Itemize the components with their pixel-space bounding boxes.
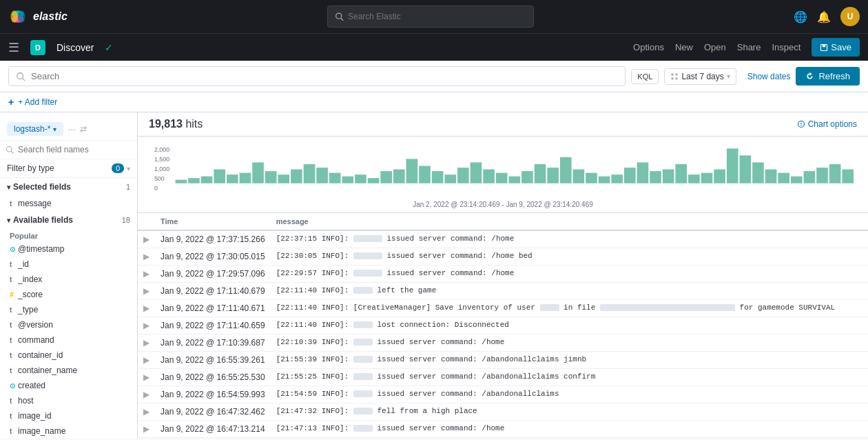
avatar[interactable]: U [840,7,860,26]
refresh-button[interactable]: Refresh [796,67,860,86]
elastic-logo-icon [8,7,28,26]
field-host[interactable]: t host [0,393,137,408]
field-score[interactable]: # _score [0,287,137,302]
global-search-bar[interactable] [327,6,534,28]
table-row[interactable]: ▶Jan 9, 2022 @ 16:19:56.809[21:19:56 INF… [138,438,868,439]
field-container-id[interactable]: t container_id [0,348,137,363]
table-row[interactable]: ▶Jan 9, 2022 @ 17:11:40.671[22:11:40 INF… [138,300,868,317]
expand-button[interactable]: ▶ [143,390,149,399]
svg-rect-62 [663,170,674,183]
filter-chevron-icon: ▾ [127,165,130,172]
svg-line-15 [11,151,13,153]
svg-rect-55 [573,170,585,183]
hamburger-icon[interactable]: ☰ [8,40,19,55]
table-row[interactable]: ▶Jan 9, 2022 @ 17:29:57.096[22:29:57 INF… [138,266,868,283]
filter-type-row[interactable]: Filter by type 0 ▾ [0,159,137,178]
table-row[interactable]: ▶Jan 9, 2022 @ 17:11:40.659[22:11:40 INF… [138,317,868,334]
svg-line-9 [23,78,25,81]
timestamp-cell: Jan 9, 2022 @ 16:55:39.261 [155,352,271,369]
svg-rect-31 [265,171,277,183]
field-image-name[interactable]: t image_name [0,423,137,438]
search-field-icon [16,72,25,81]
results-table: Time message ▶Jan 9, 2022 @ 17:37:15.266… [138,213,868,438]
expand-cell: ▶ [138,317,155,334]
svg-rect-24 [176,180,187,183]
selected-field-message[interactable]: t message [0,196,137,211]
num-type-icon-score: # [10,290,15,299]
expand-button[interactable]: ▶ [143,269,149,279]
sidebar-more-icon[interactable]: ··· [68,123,76,134]
field-index[interactable]: t _index [0,272,137,287]
table-row[interactable]: ▶Jan 9, 2022 @ 17:37:15.266[22:37:15 INF… [138,230,868,248]
selected-fields-section[interactable]: ▾ Selected fields 1 [0,178,137,196]
save-button[interactable]: Save [812,38,860,57]
table-row[interactable]: ▶Jan 9, 2022 @ 17:30:05.015[22:30:05 INF… [138,248,868,266]
open-link[interactable]: Open [704,42,726,52]
timestamp-column-header[interactable]: Time [155,213,271,230]
expand-cell: ▶ [138,403,155,421]
expand-button[interactable]: ▶ [143,338,149,348]
plus-icon: + [8,97,14,108]
sidebar-arrows-icon[interactable]: ⇄ [80,124,87,134]
table-row[interactable]: ▶Jan 9, 2022 @ 16:54:59.993[21:54:59 INF… [138,386,868,403]
time-filter[interactable]: Last 7 days ▾ [664,68,736,85]
svg-rect-51 [521,171,533,183]
expand-button[interactable]: ▶ [143,303,149,313]
field-container-name[interactable]: t container_name [0,363,137,378]
table-row[interactable]: ▶Jan 9, 2022 @ 17:11:40.679[22:11:40 INF… [138,283,868,300]
globe-icon[interactable]: 🌐 [794,10,807,23]
table-row[interactable]: ▶Jan 9, 2022 @ 17:10:39.687[22:10:39 INF… [138,334,868,352]
new-link[interactable]: New [675,42,693,52]
field-image-id[interactable]: t image_id [0,408,137,423]
table-row[interactable]: ▶Jan 9, 2022 @ 16:55:25.530[21:55:25 INF… [138,369,868,386]
expand-button[interactable]: ▶ [143,424,149,434]
global-search-input[interactable] [348,12,526,21]
inspect-link[interactable]: Inspect [772,42,800,52]
sidebar-index: logstash-* ▾ ··· ⇄ [0,118,137,141]
field-search-wrap[interactable] [0,141,137,159]
timestamp-cell: Jan 9, 2022 @ 16:47:13.214 [155,421,271,438]
search-input[interactable] [31,71,618,81]
field-id[interactable]: t _id [0,257,137,272]
bell-icon[interactable]: 🔔 [817,10,831,23]
available-fields-section[interactable]: ▾ Available fields 18 [0,211,137,229]
log-content-cell: [22:11:40 INFO]: [CreativeManager] Save … [271,300,868,317]
expand-button[interactable]: ▶ [143,234,149,244]
search-input-wrap[interactable] [8,66,626,86]
expand-button[interactable]: ▶ [143,286,149,296]
svg-rect-66 [714,170,725,183]
check-icon: ✓ [105,42,113,53]
field-version-at[interactable]: t @version [0,317,137,332]
timestamp-cell: Jan 9, 2022 @ 16:55:25.530 [155,369,271,386]
chart-options-button[interactable]: Chart options [797,119,857,129]
share-link[interactable]: Share [737,42,761,52]
index-selector[interactable]: logstash-* ▾ [7,122,63,136]
field-search-input[interactable] [18,145,132,154]
log-content-cell: [21:19:56 INFO]: logged in with entity i… [271,438,868,439]
search-icon [335,12,344,21]
expand-button[interactable]: ▶ [143,407,149,417]
add-filter-button[interactable]: + + Add filter [8,97,57,108]
log-content-cell: [22:11:40 INFO]: left the game [271,283,868,300]
table-row[interactable]: ▶Jan 9, 2022 @ 16:55:39.261[21:55:39 INF… [138,352,868,369]
discover-nav-item[interactable]: Discover [56,42,94,53]
kql-badge[interactable]: KQL [631,69,659,84]
options-link[interactable]: Options [633,42,664,52]
table-row[interactable]: ▶Jan 9, 2022 @ 16:47:13.214[21:47:13 INF… [138,421,868,438]
svg-rect-37 [342,177,354,183]
field-timestamp[interactable]: ⊙ @timestamp [0,241,137,257]
field-created[interactable]: ⊙ created [0,378,137,393]
expand-button[interactable]: ▶ [143,355,149,365]
expand-button[interactable]: ▶ [143,372,149,382]
svg-rect-12 [672,77,674,79]
field-command[interactable]: t command [0,332,137,348]
svg-rect-41 [393,170,405,183]
field-type[interactable]: t _type [0,302,137,317]
text-type-icon-type: t [10,306,15,314]
show-dates-link[interactable]: Show dates [747,72,791,81]
svg-rect-57 [599,177,610,183]
expand-button[interactable]: ▶ [143,321,149,330]
expand-button[interactable]: ▶ [143,252,149,261]
message-column-header[interactable]: message [271,213,868,230]
table-row[interactable]: ▶Jan 9, 2022 @ 16:47:32.462[21:47:32 INF… [138,403,868,421]
